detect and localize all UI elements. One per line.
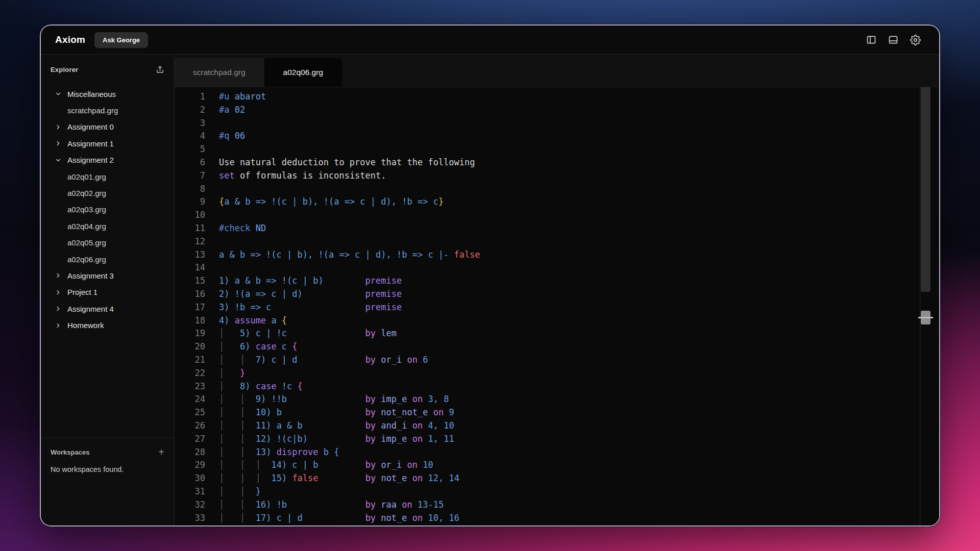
line-number: 2 (175, 104, 205, 117)
code-line[interactable]: 1#u abarot (175, 90, 939, 104)
code-line-content: 3) !b => c premise (219, 301, 402, 314)
code-line[interactable]: 184) assume a { (175, 314, 939, 328)
code-line[interactable]: 8 (175, 183, 939, 196)
tree-folder-assignment-1[interactable]: Assignment 1 (41, 135, 174, 152)
tree-item-label: a02q04.grg (67, 222, 106, 231)
tree-folder-assignment-4[interactable]: Assignment 4 (41, 300, 174, 317)
code-line-content: │ 8) case !c { (219, 380, 303, 393)
code-line[interactable]: 28│ │ 13) disprove b { (175, 446, 939, 459)
code-line-content: │ │ │ 14) c | b by or_i on 10 (219, 459, 433, 472)
panel-bottom-icon[interactable] (888, 35, 898, 45)
tree-folder-miscellaneous[interactable]: Miscellaneous (41, 86, 174, 102)
tree-item-label: a02q06.grg (67, 255, 106, 264)
tree-folder-assignment-0[interactable]: Assignment 0 (41, 119, 174, 135)
code-line[interactable]: 14 (175, 261, 939, 274)
tree-file-a02q03-grg[interactable]: a02q03.grg (41, 202, 174, 218)
code-line[interactable]: 11#check ND (175, 222, 939, 235)
code-line[interactable]: 21│ │ 7) c | d by or_i on 6 (175, 354, 939, 367)
code-line[interactable]: 6Use natural deduction to prove that the… (175, 156, 939, 169)
tree-item-label: a02q01.grg (67, 172, 106, 181)
tree-item-label: Project 1 (67, 288, 97, 296)
line-number: 18 (175, 314, 205, 328)
code-line[interactable]: 9{a & b => !(c | b), !(a => c | d), !b =… (175, 195, 939, 209)
panel-left-icon[interactable] (866, 35, 876, 45)
code-line[interactable]: 19│ 5) c | !c by lem (175, 327, 939, 340)
code-line[interactable]: 27│ │ 12) !(c|b) by imp_e on 1, 11 (175, 433, 939, 446)
tab-scratchpad-grg[interactable]: scratchpad.grg (175, 58, 265, 87)
line-number: 17 (175, 301, 205, 314)
settings-gear-icon[interactable] (910, 35, 921, 45)
tree-item-label: Assignment 4 (67, 305, 114, 313)
code-line[interactable]: 4#q 06 (175, 130, 939, 143)
code-line[interactable]: 3 (175, 117, 939, 130)
code-line-content: │ │ } (219, 485, 261, 498)
code-line[interactable]: 2#a 02 (175, 104, 939, 117)
tree-folder-assignment-2[interactable]: Assignment 2 (41, 152, 174, 168)
code-line[interactable]: 31│ │ } (175, 485, 939, 498)
tab-a02q06-grg[interactable]: a02q06.grg (265, 58, 342, 87)
tree-item-label: Homework (67, 321, 104, 330)
add-workspace-button[interactable]: + (156, 447, 167, 457)
tree-folder-project-1[interactable]: Project 1 (41, 284, 174, 300)
code-line[interactable]: 22│ } (175, 367, 939, 380)
code-editor[interactable]: 1#u abarot2#a 0234#q 0656Use natural ded… (175, 87, 939, 525)
line-number: 3 (175, 117, 205, 130)
line-number: 15 (175, 274, 205, 288)
code-line[interactable]: 32│ │ 16) !b by raa on 13-15 (175, 498, 939, 512)
line-number: 33 (175, 512, 205, 525)
code-line-content: │ 5) c | !c by lem (219, 327, 397, 340)
code-line[interactable]: 162) !(a => c | d) premise (175, 288, 939, 301)
code-line[interactable]: 24│ │ 9) !!b by imp_e on 3, 8 (175, 393, 939, 406)
code-line[interactable]: 26│ │ 11) a & b by and_i on 4, 10 (175, 419, 939, 433)
code-line[interactable]: 33│ │ 17) c | d by not_e on 10, 16 (175, 512, 939, 525)
tree-file-scratchpad-grg[interactable]: scratchpad.grg (41, 102, 174, 118)
tree-item-label: Assignment 0 (67, 122, 114, 131)
line-number: 10 (175, 209, 205, 222)
line-number: 32 (175, 498, 205, 512)
code-line[interactable]: 7set of formulas is inconsistent. (175, 169, 939, 183)
code-line-content: Use natural deduction to prove that the … (219, 156, 475, 169)
tree-item-label: Miscellaneous (67, 90, 116, 98)
tree-file-a02q06-grg[interactable]: a02q06.grg (41, 251, 174, 267)
chevron-right-icon (55, 289, 61, 295)
code-line-content: a & b => !(c | b), !(a => c | d), !b => … (219, 248, 480, 262)
code-line[interactable]: 13a & b => !(c | b), !(a => c | d), !b =… (175, 248, 939, 262)
ask-george-button[interactable]: Ask George (94, 32, 148, 48)
editor-column: scratchpad.grga02q06.grg 1#u abarot2#a 0… (175, 55, 939, 525)
code-line[interactable]: 173) !b => c premise (175, 301, 939, 314)
line-number: 20 (175, 340, 205, 354)
tree-file-a02q01-grg[interactable]: a02q01.grg (41, 168, 174, 185)
code-line[interactable]: 29│ │ │ 14) c | b by or_i on 10 (175, 459, 939, 472)
tree-file-a02q04-grg[interactable]: a02q04.grg (41, 218, 174, 234)
code-line[interactable]: 10 (175, 209, 939, 222)
titlebar: Axiom Ask George (41, 26, 939, 54)
code-line[interactable]: 5 (175, 143, 939, 156)
tree-file-a02q05-grg[interactable]: a02q05.grg (41, 235, 174, 251)
code-line[interactable]: 30│ │ │ 15) false by not_e on 12, 14 (175, 472, 939, 485)
tree-item-label: a02q02.grg (67, 189, 106, 197)
upload-icon[interactable] (155, 65, 165, 74)
tree-folder-assignment-3[interactable]: Assignment 3 (41, 267, 174, 284)
code-line[interactable]: 12 (175, 235, 939, 248)
line-number: 8 (175, 183, 205, 196)
chevron-right-icon (55, 322, 61, 329)
line-number: 12 (175, 235, 205, 248)
tree-item-label: a02q03.grg (67, 205, 106, 214)
tree-file-a02q02-grg[interactable]: a02q02.grg (41, 185, 174, 201)
scrollbar-thumb[interactable] (921, 87, 930, 292)
panel-resize-handle[interactable] (921, 311, 930, 324)
line-number: 24 (175, 393, 205, 406)
line-number: 1 (175, 90, 205, 104)
code-line[interactable]: 23│ 8) case !c { (175, 380, 939, 393)
explorer-header: Explorer (41, 55, 174, 79)
code-line-content: │ │ 13) disprove b { (219, 446, 339, 459)
chevron-right-icon (55, 124, 61, 130)
tree-folder-homework[interactable]: Homework (41, 317, 174, 333)
chevron-down-icon (55, 157, 61, 163)
code-line-content: #a 02 (219, 104, 245, 117)
code-line[interactable]: 151) a & b => !(c | b) premise (175, 274, 939, 288)
code-line[interactable]: 20│ 6) case c { (175, 340, 939, 354)
line-number: 27 (175, 433, 205, 446)
code-line-content: │ 6) case c { (219, 340, 298, 354)
code-line[interactable]: 25│ │ 10) b by not_not_e on 9 (175, 406, 939, 419)
